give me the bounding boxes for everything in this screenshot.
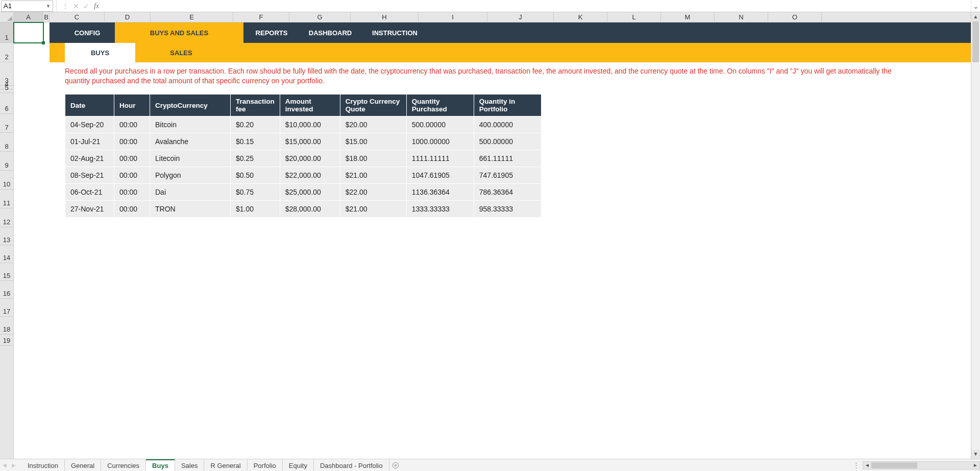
separator [56, 1, 57, 12]
name-box[interactable]: A1 ▼ [1, 1, 53, 12]
cancel-icon: ✕ [71, 2, 81, 10]
enter-icon: ✓ [81, 2, 91, 10]
formula-expand-icon[interactable]: ⌄ [971, 1, 980, 12]
formula-bar: A1 ▼ ⋮ ✕ ✓ fx ⌄ [0, 0, 980, 12]
formula-menu-icon: ⋮ [60, 2, 71, 10]
fx-icon[interactable]: fx [91, 2, 102, 10]
name-box-value: A1 [4, 2, 12, 10]
chevron-down-icon[interactable]: ▼ [46, 4, 51, 9]
formula-input[interactable] [102, 1, 971, 12]
